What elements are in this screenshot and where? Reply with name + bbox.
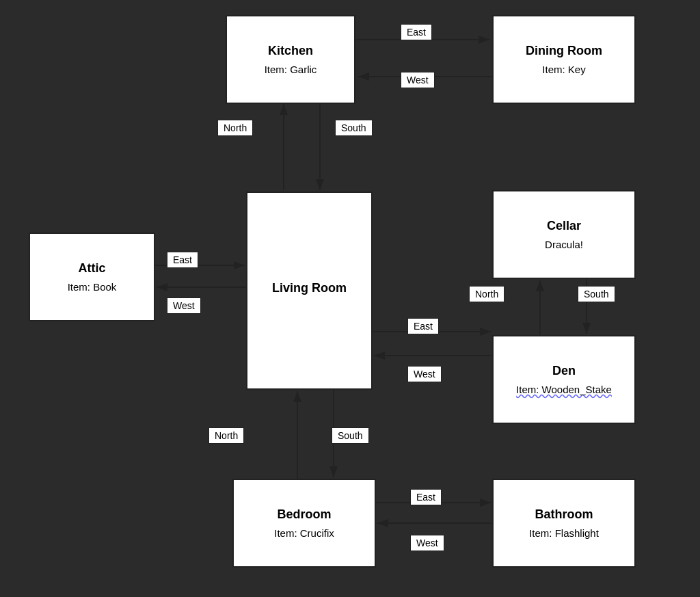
label-east-bedroom: East — [410, 489, 442, 505]
den-room: Den Item: Wooden_Stake — [492, 335, 636, 424]
label-east-living: East — [407, 318, 439, 334]
attic-room: Attic Item: Book — [29, 233, 155, 321]
label-south-bedroom: South — [332, 427, 369, 444]
label-west-kitchen: West — [401, 72, 435, 88]
attic-item: Item: Book — [68, 281, 117, 293]
bedroom-title: Bedroom — [277, 507, 331, 522]
living-room-title: Living Room — [272, 281, 347, 295]
cellar-item: Dracula! — [545, 239, 583, 250]
den-item: Item: Wooden_Stake — [516, 384, 612, 395]
label-south-cellar: South — [578, 286, 615, 302]
kitchen-title: Kitchen — [268, 44, 313, 58]
bedroom-room: Bedroom Item: Crucifix — [232, 479, 376, 568]
label-north-bedroom: North — [208, 427, 244, 444]
label-west-bedroom: West — [410, 535, 444, 551]
label-east-attic: East — [167, 252, 198, 268]
living-room-room: Living Room — [246, 191, 373, 390]
bedroom-item: Item: Crucifix — [274, 527, 334, 539]
dining-room-title: Dining Room — [526, 44, 602, 58]
kitchen-room: Kitchen Item: Garlic — [226, 15, 355, 104]
cellar-room: Cellar Dracula! — [492, 190, 636, 279]
label-north-kitchen: North — [217, 120, 253, 136]
attic-title: Attic — [79, 261, 106, 276]
dining-room-item: Item: Key — [542, 64, 585, 75]
den-title: Den — [552, 364, 576, 378]
bathroom-item: Item: Flashlight — [529, 527, 599, 539]
bathroom-title: Bathroom — [535, 507, 593, 522]
kitchen-item: Item: Garlic — [265, 64, 317, 75]
cellar-title: Cellar — [547, 219, 581, 233]
bathroom-room: Bathroom Item: Flashlight — [492, 479, 636, 568]
label-east-kitchen: East — [401, 24, 432, 40]
label-west-attic: West — [167, 297, 201, 314]
label-west-living: West — [407, 366, 442, 382]
label-north-cellar: North — [469, 286, 504, 302]
dining-room-room: Dining Room Item: Key — [492, 15, 636, 104]
label-south-kitchen: South — [335, 120, 373, 136]
